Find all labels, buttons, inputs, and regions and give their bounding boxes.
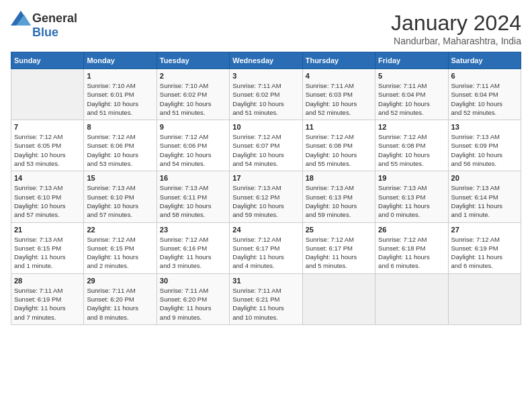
- calendar-table: SundayMondayTuesdayWednesdayThursdayFrid…: [11, 52, 521, 325]
- day-number: 10: [232, 123, 299, 131]
- day-number: 2: [160, 72, 226, 80]
- day-number: 29: [87, 277, 153, 285]
- day-info: Sunrise: 7:11 AM Sunset: 6:19 PM Dayligh…: [14, 286, 81, 322]
- day-info: Sunrise: 7:13 AM Sunset: 6:13 PM Dayligh…: [306, 183, 372, 219]
- day-info: Sunrise: 7:13 AM Sunset: 6:12 PM Dayligh…: [232, 183, 299, 219]
- calendar-week-row: 28Sunrise: 7:11 AM Sunset: 6:19 PM Dayli…: [11, 273, 521, 324]
- logo-icon: [11, 11, 31, 26]
- day-info: Sunrise: 7:12 AM Sunset: 6:19 PM Dayligh…: [451, 235, 518, 271]
- day-number: 5: [378, 72, 445, 80]
- day-info: Sunrise: 7:11 AM Sunset: 6:04 PM Dayligh…: [451, 81, 518, 117]
- day-info: Sunrise: 7:13 AM Sunset: 6:14 PM Dayligh…: [451, 183, 518, 219]
- day-info: Sunrise: 7:12 AM Sunset: 6:15 PM Dayligh…: [87, 235, 153, 271]
- day-of-week-header: Saturday: [448, 52, 521, 69]
- calendar-day-cell: 22Sunrise: 7:12 AM Sunset: 6:15 PM Dayli…: [84, 222, 157, 273]
- calendar-day-cell: 11Sunrise: 7:12 AM Sunset: 6:08 PM Dayli…: [302, 120, 375, 171]
- day-of-week-header: Monday: [84, 52, 157, 69]
- day-number: 21: [14, 226, 81, 234]
- calendar-day-cell: 19Sunrise: 7:13 AM Sunset: 6:13 PM Dayli…: [375, 171, 448, 222]
- calendar-day-cell: [375, 273, 448, 324]
- day-number: 8: [87, 123, 153, 131]
- day-info: Sunrise: 7:11 AM Sunset: 6:20 PM Dayligh…: [87, 286, 153, 322]
- calendar-day-cell: 10Sunrise: 7:12 AM Sunset: 6:07 PM Dayli…: [230, 120, 302, 171]
- calendar-day-cell: 1Sunrise: 7:10 AM Sunset: 6:01 PM Daylig…: [84, 69, 157, 120]
- day-info: Sunrise: 7:12 AM Sunset: 6:08 PM Dayligh…: [306, 132, 372, 168]
- header: General Blue January 2024 Nandurbar, Mah…: [11, 11, 521, 46]
- day-number: 9: [160, 123, 226, 131]
- logo-general: General: [32, 11, 77, 26]
- day-info: Sunrise: 7:12 AM Sunset: 6:06 PM Dayligh…: [87, 132, 153, 168]
- day-info: Sunrise: 7:11 AM Sunset: 6:02 PM Dayligh…: [232, 81, 299, 117]
- day-number: 19: [378, 174, 445, 182]
- calendar-day-cell: 21Sunrise: 7:13 AM Sunset: 6:15 PM Dayli…: [11, 222, 84, 273]
- day-number: 24: [232, 226, 299, 234]
- calendar-day-cell: 13Sunrise: 7:13 AM Sunset: 6:09 PM Dayli…: [448, 120, 521, 171]
- calendar-day-cell: 15Sunrise: 7:13 AM Sunset: 6:10 PM Dayli…: [84, 171, 157, 222]
- location-title: Nandurbar, Maharashtra, India: [391, 36, 521, 46]
- day-number: 22: [87, 226, 153, 234]
- day-info: Sunrise: 7:13 AM Sunset: 6:10 PM Dayligh…: [14, 183, 81, 219]
- logo-blue: Blue: [32, 26, 58, 40]
- calendar-week-row: 7Sunrise: 7:12 AM Sunset: 6:05 PM Daylig…: [11, 120, 521, 171]
- calendar-day-cell: 17Sunrise: 7:13 AM Sunset: 6:12 PM Dayli…: [230, 171, 302, 222]
- calendar-day-cell: 2Sunrise: 7:10 AM Sunset: 6:02 PM Daylig…: [157, 69, 229, 120]
- calendar-day-cell: 23Sunrise: 7:12 AM Sunset: 6:16 PM Dayli…: [157, 222, 229, 273]
- day-of-week-header: Friday: [375, 52, 448, 69]
- day-info: Sunrise: 7:12 AM Sunset: 6:07 PM Dayligh…: [232, 132, 299, 168]
- day-of-week-header: Sunday: [11, 52, 84, 69]
- day-info: Sunrise: 7:11 AM Sunset: 6:04 PM Dayligh…: [378, 81, 445, 117]
- day-number: 16: [160, 174, 226, 182]
- day-info: Sunrise: 7:11 AM Sunset: 6:20 PM Dayligh…: [160, 286, 226, 322]
- calendar-day-cell: [302, 273, 375, 324]
- day-number: 4: [306, 72, 372, 80]
- day-of-week-header: Thursday: [302, 52, 375, 69]
- calendar-day-cell: 31Sunrise: 7:11 AM Sunset: 6:21 PM Dayli…: [230, 273, 302, 324]
- day-info: Sunrise: 7:12 AM Sunset: 6:06 PM Dayligh…: [160, 132, 226, 168]
- day-number: 20: [451, 174, 518, 182]
- day-number: 3: [232, 72, 299, 80]
- day-number: 17: [232, 174, 299, 182]
- day-info: Sunrise: 7:12 AM Sunset: 6:05 PM Dayligh…: [14, 132, 81, 168]
- month-title: January 2024: [391, 11, 521, 36]
- day-info: Sunrise: 7:12 AM Sunset: 6:08 PM Dayligh…: [378, 132, 445, 168]
- day-number: 6: [451, 72, 518, 80]
- calendar-day-cell: 6Sunrise: 7:11 AM Sunset: 6:04 PM Daylig…: [448, 69, 521, 120]
- day-number: 11: [306, 123, 372, 131]
- day-of-week-header: Wednesday: [230, 52, 302, 69]
- day-number: 15: [87, 174, 153, 182]
- day-number: 12: [378, 123, 445, 131]
- day-number: 31: [232, 277, 299, 285]
- day-info: Sunrise: 7:10 AM Sunset: 6:02 PM Dayligh…: [160, 81, 226, 117]
- calendar-day-cell: 5Sunrise: 7:11 AM Sunset: 6:04 PM Daylig…: [375, 69, 448, 120]
- calendar-day-cell: 20Sunrise: 7:13 AM Sunset: 6:14 PM Dayli…: [448, 171, 521, 222]
- calendar-day-cell: 4Sunrise: 7:11 AM Sunset: 6:03 PM Daylig…: [302, 69, 375, 120]
- calendar-week-row: 14Sunrise: 7:13 AM Sunset: 6:10 PM Dayli…: [11, 171, 521, 222]
- calendar-day-cell: 3Sunrise: 7:11 AM Sunset: 6:02 PM Daylig…: [230, 69, 302, 120]
- day-number: 28: [14, 277, 81, 285]
- calendar-day-cell: 9Sunrise: 7:12 AM Sunset: 6:06 PM Daylig…: [157, 120, 229, 171]
- calendar-day-cell: 7Sunrise: 7:12 AM Sunset: 6:05 PM Daylig…: [11, 120, 84, 171]
- day-info: Sunrise: 7:11 AM Sunset: 6:03 PM Dayligh…: [306, 81, 372, 117]
- day-info: Sunrise: 7:12 AM Sunset: 6:17 PM Dayligh…: [306, 235, 372, 271]
- calendar-day-cell: 8Sunrise: 7:12 AM Sunset: 6:06 PM Daylig…: [84, 120, 157, 171]
- calendar-day-cell: 24Sunrise: 7:12 AM Sunset: 6:17 PM Dayli…: [230, 222, 302, 273]
- calendar-day-cell: 27Sunrise: 7:12 AM Sunset: 6:19 PM Dayli…: [448, 222, 521, 273]
- day-of-week-header: Tuesday: [157, 52, 229, 69]
- day-number: 23: [160, 226, 226, 234]
- day-number: 7: [14, 123, 81, 131]
- day-number: 14: [14, 174, 81, 182]
- calendar-week-row: 1Sunrise: 7:10 AM Sunset: 6:01 PM Daylig…: [11, 69, 521, 120]
- calendar-day-cell: 28Sunrise: 7:11 AM Sunset: 6:19 PM Dayli…: [11, 273, 84, 324]
- day-number: 1: [87, 72, 153, 80]
- day-info: Sunrise: 7:11 AM Sunset: 6:21 PM Dayligh…: [232, 286, 299, 322]
- calendar-day-cell: 16Sunrise: 7:13 AM Sunset: 6:11 PM Dayli…: [157, 171, 229, 222]
- day-info: Sunrise: 7:13 AM Sunset: 6:09 PM Dayligh…: [451, 132, 518, 168]
- header-row: SundayMondayTuesdayWednesdayThursdayFrid…: [11, 52, 521, 69]
- day-number: 27: [451, 226, 518, 234]
- day-info: Sunrise: 7:13 AM Sunset: 6:11 PM Dayligh…: [160, 183, 226, 219]
- calendar-day-cell: 29Sunrise: 7:11 AM Sunset: 6:20 PM Dayli…: [84, 273, 157, 324]
- calendar-day-cell: 18Sunrise: 7:13 AM Sunset: 6:13 PM Dayli…: [302, 171, 375, 222]
- calendar-day-cell: [11, 69, 84, 120]
- calendar-day-cell: 26Sunrise: 7:12 AM Sunset: 6:18 PM Dayli…: [375, 222, 448, 273]
- calendar-day-cell: 25Sunrise: 7:12 AM Sunset: 6:17 PM Dayli…: [302, 222, 375, 273]
